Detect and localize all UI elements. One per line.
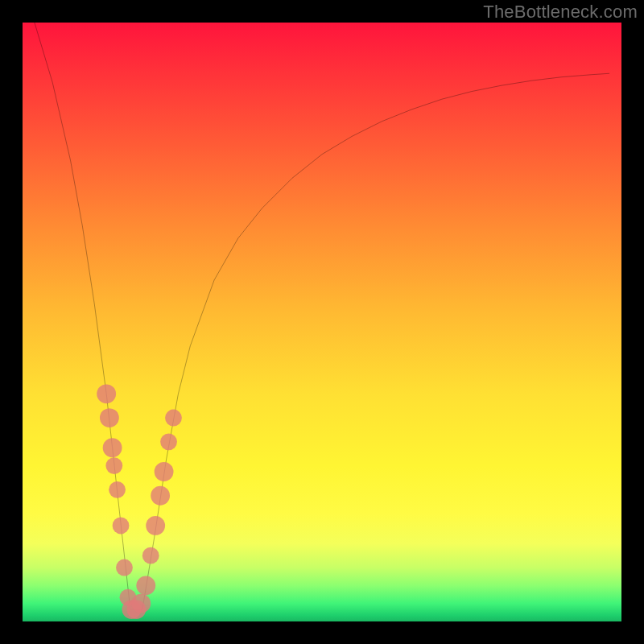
chart-svg	[23, 23, 621, 621]
data-markers	[97, 384, 182, 619]
plot-area	[23, 23, 621, 621]
data-marker	[146, 516, 165, 535]
data-marker	[109, 481, 126, 498]
data-marker	[105, 457, 122, 474]
data-marker	[103, 438, 122, 457]
data-marker	[155, 462, 174, 481]
data-marker	[100, 408, 119, 427]
data-marker	[136, 576, 155, 595]
data-marker	[116, 559, 133, 576]
chart-frame: TheBottleneck.com	[0, 0, 644, 644]
watermark-text: TheBottleneck.com	[483, 2, 638, 23]
data-marker	[151, 486, 170, 506]
data-marker	[97, 384, 116, 403]
data-marker	[160, 433, 177, 450]
data-marker	[113, 518, 130, 535]
data-marker	[142, 547, 159, 564]
data-marker	[131, 594, 151, 613]
data-marker	[165, 410, 182, 427]
